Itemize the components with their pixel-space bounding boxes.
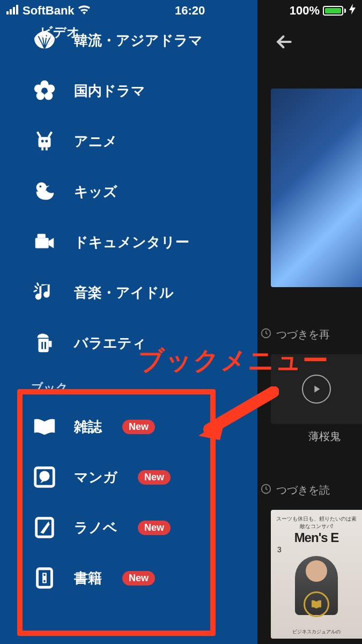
sidebar-item-label: アニメ <box>74 132 117 151</box>
history-icon <box>260 327 272 342</box>
wifi-icon <box>78 4 91 18</box>
svg-point-3 <box>34 85 42 93</box>
screen: つづきを再 薄桜鬼 つづきを読 スーツも休日も、頼りたいのは素敵なコンサバ! M… <box>0 0 362 644</box>
sidebar-item-korean-asian-drama[interactable]: 韓流・アジアドラマ <box>0 21 257 65</box>
camera-icon <box>31 229 58 255</box>
new-badge: New <box>122 571 155 586</box>
status-bar: SoftBank 16:20 100% <box>0 0 362 21</box>
svg-point-7 <box>41 87 48 94</box>
robot-icon <box>31 128 58 155</box>
signal-icon <box>6 4 19 18</box>
speech-bubble-icon <box>31 464 58 491</box>
continue-reading-header: つづきを読 <box>260 483 362 497</box>
sidebar-drawer: ビデオ 韓流・アジアドラマ 国内ドラマ アニメ キッズ <box>0 0 257 644</box>
sidebar-item-label: 雑誌 <box>74 418 102 436</box>
svg-point-20 <box>39 471 49 481</box>
status-right: 100% <box>290 4 362 18</box>
music-note-icon <box>31 279 58 306</box>
svg-point-4 <box>47 85 55 93</box>
sword-book-icon <box>31 514 58 541</box>
svg-rect-26 <box>6 11 9 14</box>
beer-mug-icon <box>31 330 58 356</box>
magazine-sub: ビジネスカジュアルの <box>292 628 341 635</box>
open-book-icon[interactable] <box>304 591 329 617</box>
svg-point-25 <box>43 580 46 582</box>
magazine-issue: 3 <box>277 545 282 554</box>
svg-rect-10 <box>46 148 48 151</box>
sidebar-item-books[interactable]: 書籍 New <box>0 553 257 603</box>
sidebar-item-music-idol[interactable]: 音楽・アイドル <box>0 267 257 318</box>
play-icon[interactable] <box>302 375 331 404</box>
sidebar-item-label: ドキュメンタリー <box>74 233 189 252</box>
svg-point-11 <box>41 140 44 143</box>
charging-icon <box>349 4 356 18</box>
sidebar-item-manga[interactable]: マンガ New <box>0 452 257 502</box>
sidebar-item-label: マンガ <box>74 468 117 487</box>
svg-rect-28 <box>13 7 15 14</box>
svg-point-24 <box>43 574 46 576</box>
new-badge: New <box>122 420 155 434</box>
new-badge: New <box>138 521 171 535</box>
annotation-arrow-icon <box>193 386 279 445</box>
svg-rect-18 <box>45 342 46 349</box>
magazine-tagline: スーツも休日も、頼りたいのは素敵なコンサバ! <box>274 515 359 530</box>
continue-watching-label: つづきを再 <box>276 327 330 342</box>
flower-icon <box>31 77 58 104</box>
status-left: SoftBank <box>0 4 91 18</box>
continue-watching-header: つづきを再 <box>260 327 362 342</box>
continue-reading-label: つづきを読 <box>276 483 330 497</box>
magazine-card[interactable]: スーツも休日も、頼りたいのは素敵なコンサバ! Men's E 3 ビジネスカジュ… <box>271 510 362 639</box>
sidebar-item-label: 音楽・アイドル <box>74 283 174 302</box>
battery-icon <box>323 6 346 16</box>
sidebar-item-label: キッズ <box>74 182 117 201</box>
battery-percent: 100% <box>290 4 320 18</box>
new-badge: New <box>138 470 171 485</box>
svg-rect-29 <box>16 5 18 14</box>
sidebar-item-label: 書籍 <box>74 569 102 588</box>
sidebar-item-label: 国内ドラマ <box>74 82 145 100</box>
carrier-label: SoftBank <box>23 4 75 18</box>
sidebar-item-anime[interactable]: アニメ <box>0 116 257 166</box>
status-time: 16:20 <box>91 4 290 18</box>
continue-watching-title: 薄桜鬼 <box>308 429 341 444</box>
svg-rect-8 <box>39 137 51 147</box>
svg-rect-9 <box>41 148 43 151</box>
sidebar-item-light-novel[interactable]: ラノベ New <box>0 502 257 553</box>
sidebar-section-video: ビデオ <box>40 24 80 41</box>
magazine-title: Men's E <box>294 530 339 545</box>
book-icon <box>31 565 58 591</box>
back-arrow-icon[interactable] <box>274 31 295 55</box>
history-icon <box>260 483 272 497</box>
sidebar-item-documentary[interactable]: ドキュメンタリー <box>0 217 257 267</box>
svg-point-12 <box>45 140 48 143</box>
sidebar-item-label: バラエティ <box>74 334 146 353</box>
svg-rect-17 <box>41 342 43 349</box>
svg-rect-27 <box>10 9 12 14</box>
featured-thumbnail[interactable] <box>271 89 362 287</box>
sidebar-item-kids[interactable]: キッズ <box>0 166 257 217</box>
svg-rect-16 <box>38 234 46 238</box>
sidebar-item-label: ラノベ <box>74 518 117 537</box>
open-book-icon <box>31 413 58 440</box>
svg-point-14 <box>39 186 41 188</box>
annotation-label: ブックメニュー <box>138 343 329 378</box>
sidebar-item-label: 韓流・アジアドラマ <box>74 31 203 50</box>
svg-rect-15 <box>35 238 49 248</box>
duck-icon <box>31 178 58 205</box>
sidebar-item-domestic-drama[interactable]: 国内ドラマ <box>0 65 257 116</box>
